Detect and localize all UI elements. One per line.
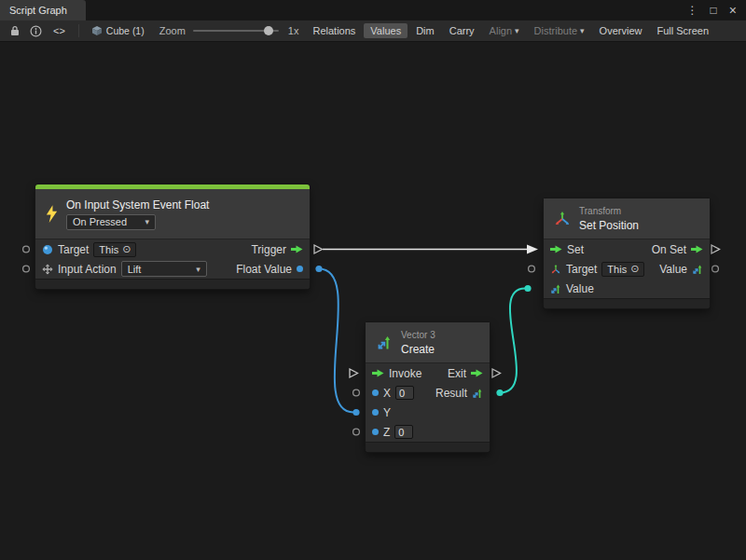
x-port-icon[interactable]: [372, 389, 379, 396]
transform-mini-icon: [550, 264, 561, 275]
edge-result-to-value[interactable]: [500, 289, 525, 393]
port-in-invoke[interactable]: [350, 369, 358, 377]
full-screen-button[interactable]: Full Screen: [650, 23, 715, 38]
event-node-header: On Input System Event Float On Pressed ▾: [35, 189, 310, 239]
distribute-dropdown[interactable]: Distribute▾: [528, 23, 591, 38]
edge-arrowhead-set-input[interactable]: [527, 245, 538, 254]
chevron-down-icon: ▾: [515, 26, 519, 35]
port-out-exit[interactable]: [492, 369, 501, 377]
target-object-value: This: [607, 264, 627, 275]
graph-target-chip[interactable]: Cube (1): [86, 25, 150, 36]
lock-icon[interactable]: [6, 22, 24, 39]
close-icon[interactable]: ×: [729, 3, 737, 18]
input-action-dropdown[interactable]: Lift ▾: [121, 261, 207, 277]
code-view-label: <>: [53, 25, 65, 36]
port-in-target-transform[interactable]: [529, 266, 535, 272]
row-target-value: Target This ⊙ Value: [544, 259, 710, 279]
graph-canvas[interactable]: On Input System Event Float On Pressed ▾…: [0, 42, 746, 560]
vector-port-icon[interactable]: [550, 283, 561, 294]
float-value-port-icon[interactable]: [297, 266, 303, 272]
chevron-down-icon: ▾: [580, 26, 585, 35]
node-type-label: Vector 3: [401, 330, 435, 340]
zoom-label: Zoom: [159, 25, 186, 36]
values-label: Values: [370, 25, 401, 36]
port-label-on-set: On Set: [652, 243, 686, 256]
relations-button[interactable]: Relations: [306, 23, 362, 38]
overview-label: Overview: [600, 25, 642, 36]
object-picker-icon[interactable]: ⊙: [630, 264, 639, 274]
node-on-input-system-event-float[interactable]: On Input System Event Float On Pressed ▾…: [35, 184, 310, 289]
event-mode-dropdown[interactable]: On Pressed ▾: [66, 214, 156, 230]
flow-port-icon[interactable]: [550, 245, 562, 253]
port-out-result[interactable]: [496, 389, 503, 396]
values-button[interactable]: Values: [364, 23, 408, 38]
port-out-value-transform[interactable]: [712, 266, 719, 272]
maximize-icon[interactable]: □: [711, 4, 717, 17]
input-action-icon: [42, 264, 53, 275]
vector-port-icon[interactable]: [472, 388, 483, 399]
relations-label: Relations: [312, 25, 355, 36]
port-out-floatvalue[interactable]: [315, 266, 322, 272]
target-object-field[interactable]: This ⊙: [601, 262, 644, 277]
row-inputaction-floatvalue: Input Action Lift ▾ Float Value: [35, 259, 310, 279]
lightning-icon: [45, 205, 59, 223]
row-target-trigger: Target This ⊙ Trigger: [35, 239, 310, 259]
object-picker-icon[interactable]: ⊙: [122, 244, 131, 254]
full-screen-label: Full Screen: [656, 25, 709, 36]
node-type-label: Transform: [579, 206, 639, 216]
flow-port-icon[interactable]: [471, 369, 483, 377]
flow-port-icon[interactable]: [691, 245, 703, 253]
port-out-onset[interactable]: [711, 245, 720, 253]
node-vector3-create[interactable]: Vector 3 Create Invoke Exit X: [366, 322, 490, 452]
port-out-trigger[interactable]: [314, 245, 323, 253]
vector-port-icon[interactable]: [692, 264, 703, 275]
port-label-float-value: Float Value: [236, 263, 292, 276]
align-label: Align: [490, 25, 512, 36]
input-action-value: Lift: [128, 264, 142, 275]
tab-script-graph[interactable]: Script Graph: [0, 0, 86, 20]
flow-port-icon[interactable]: [372, 369, 384, 377]
overview-button[interactable]: Overview: [593, 23, 649, 38]
target-object-field[interactable]: This ⊙: [93, 242, 136, 257]
window-controls: ⋮ □ ×: [687, 3, 746, 18]
row-set-onset: Set On Set: [544, 239, 710, 259]
node-transform-set-position[interactable]: Transform Set Position Set On Set: [544, 198, 710, 308]
chevron-down-icon: ▾: [196, 265, 200, 274]
titlebar: Script Graph ⋮ □ ×: [0, 0, 746, 20]
row-invoke-exit: Invoke Exit: [366, 363, 490, 383]
port-label-target: Target: [566, 263, 597, 276]
code-view-button[interactable]: <>: [47, 23, 72, 38]
port-in-event-inputaction[interactable]: [23, 266, 30, 272]
port-label-x: X: [383, 387, 391, 400]
port-label-z: Z: [383, 426, 390, 439]
cube-icon: [91, 25, 103, 36]
port-label-value-in: Value: [566, 282, 594, 295]
port-in-x[interactable]: [353, 389, 360, 396]
row-z: Z: [366, 422, 490, 442]
info-icon[interactable]: [26, 22, 45, 39]
zoom-value: 1x: [288, 25, 299, 36]
graph-target-label: Cube (1): [106, 25, 145, 36]
port-label-invoke: Invoke: [389, 367, 421, 380]
zoom-slider[interactable]: [193, 24, 279, 37]
z-value-field[interactable]: [394, 425, 413, 439]
port-in-event-target[interactable]: [23, 246, 30, 253]
dim-button[interactable]: Dim: [409, 23, 441, 38]
menu-icon[interactable]: ⋮: [687, 4, 698, 17]
z-port-icon[interactable]: [372, 429, 379, 435]
node-footer: [35, 279, 310, 289]
edge-floatvalue-to-y[interactable]: [319, 269, 353, 413]
node-title: On Input System Event Float: [66, 198, 209, 212]
zoom-slider-handle[interactable]: [264, 26, 273, 35]
port-in-z[interactable]: [353, 429, 360, 435]
flow-port-icon[interactable]: [291, 245, 303, 253]
y-port-icon[interactable]: [372, 409, 379, 416]
port-in-y[interactable]: [352, 409, 359, 416]
port-in-value-transform[interactable]: [524, 285, 531, 292]
carry-button[interactable]: Carry: [443, 23, 481, 38]
x-value-field[interactable]: [395, 386, 414, 400]
distribute-label: Distribute: [534, 25, 577, 36]
event-mode-value: On Pressed: [73, 216, 127, 227]
align-dropdown[interactable]: Align▾: [483, 23, 526, 38]
row-value-in: Value: [544, 279, 710, 298]
